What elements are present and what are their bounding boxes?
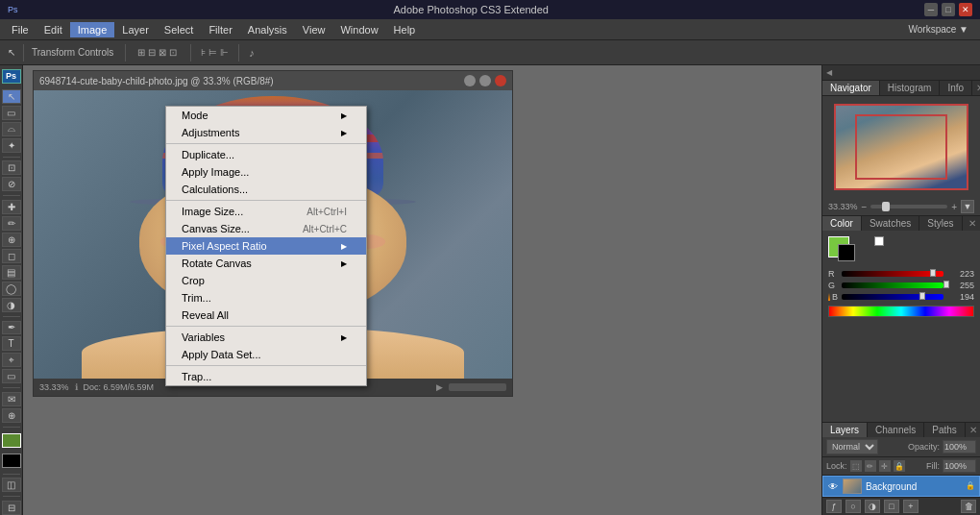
lock-all-btn[interactable]: 🔒	[894, 460, 905, 472]
doc-maximize[interactable]	[479, 75, 491, 86]
nav-zoom-in-icon[interactable]: +	[951, 202, 957, 212]
toolbar-icon-4[interactable]: ⊡	[169, 47, 177, 58]
menu-reveal-all[interactable]: Reveal All	[166, 307, 366, 324]
gradient-tool[interactable]: ▤	[2, 265, 21, 280]
tab-info[interactable]: Info	[940, 81, 972, 95]
delete-layer-btn[interactable]: 🗑	[961, 500, 976, 513]
menu-view[interactable]: View	[295, 22, 333, 37]
tab-paths[interactable]: Paths	[924, 423, 966, 437]
lock-position-btn[interactable]: ✛	[879, 460, 891, 472]
doc-scrollbar[interactable]	[449, 383, 506, 391]
dodge-tool[interactable]: ◑	[2, 298, 21, 312]
menu-pixel-aspect-ratio[interactable]: Pixel Aspect Ratio	[166, 237, 366, 255]
layer-visibility-icon[interactable]: 👁	[827, 480, 839, 492]
color-panel-close[interactable]: ✕	[965, 216, 980, 231]
screen-mode-tool[interactable]: ⊟	[2, 501, 21, 515]
menu-file[interactable]: File	[4, 22, 37, 37]
workspace-button[interactable]: Workspace ▼	[900, 22, 976, 37]
menu-trim[interactable]: Trim...	[166, 289, 366, 307]
menu-image-size[interactable]: Image Size... Alt+Ctrl+I	[166, 203, 366, 220]
layer-mask-btn[interactable]: ○	[845, 500, 861, 513]
foreground-color[interactable]	[2, 433, 21, 448]
healing-tool[interactable]: ✚	[2, 200, 21, 214]
pen-tool[interactable]: ✒	[2, 321, 21, 335]
doc-scroll-indicator[interactable]: ▶	[436, 382, 443, 392]
eraser-tool[interactable]: ◻	[2, 249, 21, 263]
menu-calculations[interactable]: Calculations...	[166, 181, 366, 198]
nav-zoom-out-icon[interactable]: −	[862, 202, 868, 212]
minimize-button[interactable]: ─	[924, 3, 938, 16]
b-thumb[interactable]	[919, 292, 925, 300]
zoom-tool[interactable]: ⊕	[2, 408, 21, 423]
tab-navigator[interactable]: Navigator	[822, 81, 880, 95]
doc-close[interactable]	[495, 75, 506, 86]
opacity-input[interactable]	[943, 440, 976, 454]
menu-variables[interactable]: Variables	[166, 329, 366, 346]
toolbar-arrow[interactable]: ↖	[4, 45, 19, 60]
toolbar-icon-1[interactable]: ⊞	[137, 47, 145, 58]
toolbar-icon-2[interactable]: ⊟	[148, 47, 156, 58]
quick-mask-tool[interactable]: ◫	[2, 478, 21, 492]
close-button[interactable]: ✕	[959, 3, 972, 16]
layer-style-btn[interactable]: ƒ	[826, 500, 842, 513]
menu-analysis[interactable]: Analysis	[240, 22, 295, 37]
align-center-icon[interactable]: ⊨	[208, 47, 217, 58]
magic-wand-tool[interactable]: ✦	[2, 138, 21, 153]
menu-duplicate[interactable]: Duplicate...	[166, 146, 366, 163]
panel-close-btn[interactable]: ✕	[972, 81, 980, 95]
g-thumb[interactable]	[943, 281, 949, 288]
menu-crop[interactable]: Crop	[166, 272, 366, 289]
r-slider[interactable]	[842, 270, 943, 278]
blur-tool[interactable]: ◯	[2, 282, 21, 296]
nav-view-box[interactable]	[855, 114, 946, 181]
nav-menu-btn[interactable]: ▼	[961, 200, 974, 213]
tab-color[interactable]: Color	[822, 216, 862, 231]
lock-transparent-btn[interactable]: ⬚	[850, 460, 862, 472]
toolbar-icon-3[interactable]: ⊠	[159, 47, 166, 58]
menu-canvas-size[interactable]: Canvas Size... Alt+Ctrl+C	[166, 220, 366, 237]
b-slider[interactable]	[842, 293, 943, 301]
move-tool[interactable]: ↖	[2, 89, 21, 104]
menu-layer[interactable]: Layer	[114, 22, 157, 37]
menu-select[interactable]: Select	[157, 22, 202, 37]
text-tool[interactable]: T	[2, 336, 21, 351]
menu-adjustments[interactable]: Adjustments	[166, 124, 366, 141]
r-thumb[interactable]	[930, 269, 936, 277]
layer-adjustment-btn[interactable]: ◑	[865, 500, 880, 513]
select-rect-tool[interactable]: ▭	[2, 106, 21, 120]
tab-styles[interactable]: Styles	[919, 216, 962, 231]
new-layer-btn[interactable]: +	[903, 500, 919, 513]
blend-mode-select[interactable]: Normal	[826, 439, 878, 454]
eyedropper-tool[interactable]: ⊘	[2, 177, 21, 191]
background-color[interactable]	[2, 454, 21, 468]
maximize-button[interactable]: □	[942, 3, 955, 16]
doc-minimize[interactable]	[464, 75, 476, 86]
notes-tool[interactable]: ✉	[2, 392, 21, 406]
tab-layers[interactable]: Layers	[822, 423, 868, 437]
path-select-tool[interactable]: ⌖	[2, 353, 21, 367]
align-right-icon[interactable]: ⊩	[220, 47, 229, 58]
lock-pixels-btn[interactable]: ✏	[865, 460, 876, 472]
menu-filter[interactable]: Filter	[201, 22, 239, 37]
menu-mode[interactable]: Mode	[166, 107, 366, 124]
tab-histogram[interactable]: Histogram	[880, 81, 941, 95]
switch-colors-icon[interactable]	[874, 236, 884, 246]
menu-image[interactable]: Image	[70, 22, 115, 37]
layer-row-background[interactable]: 👁 Background 🔒	[822, 476, 980, 497]
background-swatch[interactable]	[838, 244, 855, 261]
menu-edit[interactable]: Edit	[37, 22, 70, 37]
nav-zoom-slider[interactable]	[870, 205, 947, 208]
g-slider[interactable]	[842, 282, 943, 289]
nav-zoom-thumb[interactable]	[882, 202, 890, 211]
layer-group-btn[interactable]: □	[884, 500, 899, 513]
layers-panel-close[interactable]: ✕	[966, 423, 980, 437]
menu-help[interactable]: Help	[386, 22, 424, 37]
menu-apply-data-set[interactable]: Apply Data Set...	[166, 346, 366, 363]
collapse-arrow[interactable]: ◀	[826, 68, 832, 77]
crop-tool[interactable]: ⊡	[2, 160, 21, 175]
shape-tool[interactable]: ▭	[2, 369, 21, 383]
menu-apply-image[interactable]: Apply Image...	[166, 163, 366, 181]
fill-input[interactable]	[943, 459, 976, 473]
tab-channels[interactable]: Channels	[868, 423, 924, 437]
spectrum-bar[interactable]	[828, 306, 974, 317]
